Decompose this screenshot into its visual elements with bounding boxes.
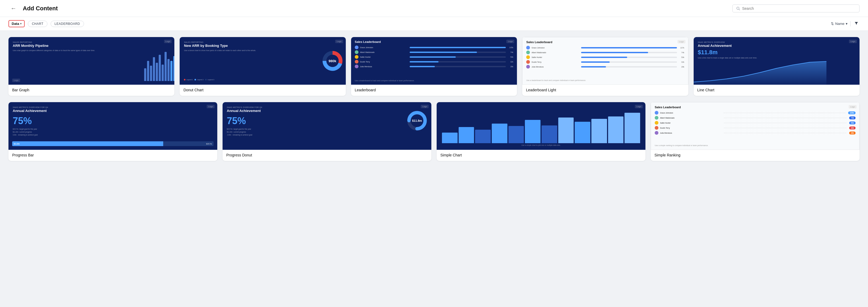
- content-card-simple-chart[interactable]: Logo Use a simple chart to plot one or m…: [437, 102, 645, 161]
- card-label: Bar Graph: [8, 85, 174, 96]
- leaderboard-filter-tag[interactable]: LEADERBOARD: [51, 21, 84, 27]
- lb-bar: [581, 57, 677, 58]
- sort-button[interactable]: ⇅ Name ▾: [831, 22, 847, 26]
- header: ← Add Content: [0, 0, 868, 17]
- filter-icon-button[interactable]: [853, 20, 860, 28]
- logo-badge: Logo: [421, 105, 429, 108]
- preview-desc: Use a donut chart to show how parts of a…: [184, 49, 271, 78]
- lb-bar: [410, 52, 506, 53]
- card-preview: Logo Sales Leaderboard Grace Johnston 10…: [351, 37, 517, 85]
- donut-center-value: 980k: [329, 59, 336, 63]
- content-card-bar-graph[interactable]: Logo Sales Reporting ARR Monthly Pipelin…: [8, 37, 174, 96]
- lb-name: Grace Johnston: [360, 46, 408, 48]
- card-preview: Logo Sales Leaderboard Grace Johnston 10…: [522, 37, 688, 85]
- search-input[interactable]: [742, 6, 856, 10]
- legend-item: Legend 3: [205, 79, 214, 80]
- sort-caret: ▾: [846, 22, 847, 26]
- search-icon: [736, 7, 740, 10]
- lb-name: Albert Maldonado: [531, 52, 580, 54]
- sr-value: 74k: [849, 116, 856, 120]
- card-preview: Logo Sales Leaderboard Grace Johnston 10…: [651, 102, 860, 150]
- page-title: Add Content: [23, 5, 58, 12]
- back-button[interactable]: ←: [8, 4, 19, 13]
- preview-subtitle: Sales Reporting: [184, 41, 341, 43]
- card-label: Leaderboard Light: [522, 85, 688, 96]
- lb-value: 32k: [507, 61, 513, 63]
- data-label: Data: [12, 22, 19, 26]
- content-card-line-chart[interactable]: Logo SaaS Metrics Overview Annual Achiev…: [694, 37, 860, 96]
- data-dropdown[interactable]: Data ▾: [8, 20, 25, 27]
- dropdown-caret: ▾: [20, 22, 22, 25]
- lb-value: 50k: [507, 56, 513, 58]
- leaderboard-row: Sallie Hunter 50k: [526, 55, 684, 59]
- content-card-leaderboard[interactable]: Logo Sales Leaderboard Grace Johnston 10…: [351, 37, 517, 96]
- back-icon: ←: [10, 5, 17, 12]
- content-card-leaderboard-light[interactable]: Logo Sales Leaderboard Grace Johnston 10…: [522, 37, 688, 96]
- sr-dots: [723, 113, 845, 113]
- chart-filter-tag[interactable]: CHART: [28, 21, 48, 27]
- sr-value: 28k: [849, 132, 856, 134]
- lb-desc: Use a leaderboard to track and compare i…: [355, 79, 513, 81]
- legend-item: Legend 2: [194, 79, 204, 80]
- progress-value: 75%: [13, 115, 213, 127]
- big-value: $11.8m: [698, 49, 793, 56]
- logo-bottom: Logo: [12, 79, 20, 82]
- legend-row: Legend 1Legend 2Legend 3: [184, 78, 341, 80]
- card-label: Donut Chart: [180, 85, 345, 96]
- lb-bar: [410, 61, 506, 63]
- lb-bar: [581, 61, 677, 63]
- lb-name: Dustin Terry: [531, 61, 580, 63]
- content-grid-row2: Logo SaaS Metrics Overview for Q4 Annual…: [0, 102, 868, 167]
- lb-bar: [581, 66, 677, 67]
- donut-center-value: $11.8m: [412, 119, 422, 122]
- lb-value: 107k: [679, 47, 684, 49]
- funnel-icon: [854, 21, 859, 25]
- card-preview: Logo SaaS Metrics Overview Annual Achiev…: [694, 37, 860, 85]
- lb-bar: [581, 52, 677, 53]
- sort-label: Name: [835, 22, 844, 26]
- progress-bar: $11.8m $15.7m: [12, 141, 214, 146]
- lb-desc: Use a leaderboard to track and compare i…: [526, 78, 684, 81]
- logo-badge: Logo: [849, 40, 857, 43]
- preview-title: New ARR by Booking Type: [184, 44, 271, 48]
- progress-details: $15.7m target goal for this year $11.8m …: [227, 128, 337, 136]
- content-card-donut-chart[interactable]: Logo Sales Reporting New ARR by Booking …: [180, 37, 345, 96]
- content-card-progress-bar[interactable]: Logo SaaS Metrics Overview for Q4 Annual…: [8, 102, 217, 161]
- card-label: Progress Bar: [8, 150, 217, 161]
- sr-value: 32k: [849, 127, 856, 129]
- lb-name: Albert Maldonado: [360, 52, 408, 53]
- lb-name: Sallie Hunter: [360, 56, 408, 58]
- leaderboard-row: Dustin Terry 32k: [355, 60, 513, 64]
- logo-badge: Logo: [678, 40, 685, 43]
- svg-marker-5: [694, 61, 827, 85]
- lb-bar: [410, 66, 506, 67]
- sr-dots: [724, 128, 846, 128]
- card-preview: Logo Use a simple chart to plot one or m…: [437, 102, 645, 150]
- lb-title: Sales Leaderboard: [526, 40, 684, 44]
- lb-value: 74k: [507, 52, 513, 53]
- filter-bar: Data ▾ CHART LEADERBOARD ⇅ Name ▾: [0, 17, 868, 31]
- leaderboard-row: Julia Mendoza 28k: [526, 65, 684, 69]
- preview-subtitle: SaaS Metrics Overview for Q4: [13, 106, 213, 108]
- logo-badge: Logo: [849, 105, 857, 108]
- simple-chart: Use a simple chart to plot one or multip…: [440, 105, 642, 147]
- leaderboard-row: Sallie Hunter 50k: [355, 55, 513, 59]
- card-preview: Logo SaaS Metrics Overview for Q4 Annual…: [223, 102, 431, 150]
- content-card-simple-ranking[interactable]: Logo Sales Leaderboard Grace Johnston 10…: [651, 102, 860, 161]
- bar-chart: [144, 42, 170, 81]
- logo-badge: Logo: [635, 105, 643, 108]
- sr-name: Julia Mendoza: [660, 132, 721, 134]
- content-card-progress-donut[interactable]: Logo SaaS Metrics Overview for Q4 Annual…: [223, 102, 431, 161]
- lb-name: Grace Johnston: [531, 47, 580, 49]
- sr-dots: [724, 123, 846, 123]
- lb-value: 28k: [507, 66, 513, 67]
- line-chart-svg: [694, 61, 860, 85]
- progress-donut-chart: $11.8m: [406, 110, 428, 131]
- lb-value: 32k: [679, 61, 684, 63]
- sr-value: 105k: [848, 111, 856, 114]
- lb-value: 74k: [679, 52, 684, 54]
- card-label: Simple Ranking: [651, 150, 860, 161]
- ranking-title: Sales Leaderboard: [655, 106, 856, 109]
- legend-item: Legend 1: [184, 79, 193, 80]
- preview-subtitle: SaaS Metrics Overview for Q4: [227, 106, 427, 108]
